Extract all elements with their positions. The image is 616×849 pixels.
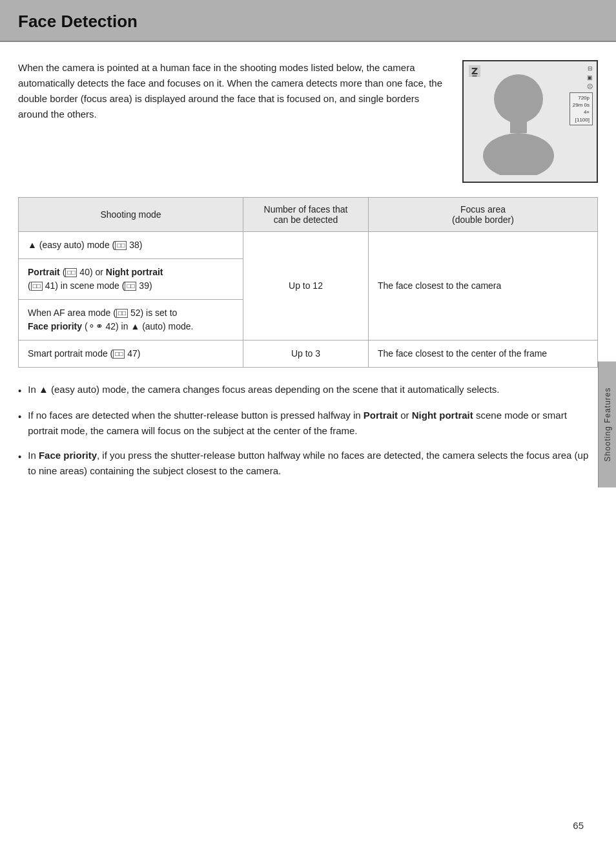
side-tab: Shooting Features (598, 361, 616, 487)
row4-focus: The face closest to the center of the fr… (368, 341, 597, 368)
intro-section: When the camera is pointed at a human fa… (18, 60, 598, 183)
night-portrait-label: Night portrait (106, 267, 163, 277)
resolution-label: 720p (573, 94, 590, 101)
stabilize-icon: ☹ (587, 83, 593, 90)
table-header-shooting-mode: Shooting mode (19, 198, 243, 232)
page-number: 65 (573, 820, 584, 831)
bullet-text-3: In Face priority, if you press the shutt… (28, 448, 598, 479)
bullet-dot: • (18, 383, 21, 399)
list-item: • In ▲ (easy auto) mode, the camera chan… (18, 382, 598, 399)
camera-ui-right: ⊟ ▣ ☹ 720p 29m 0s 4× [1100] (570, 65, 593, 125)
list-item: • If no faces are detected when the shut… (18, 408, 598, 439)
memory-icon: ▣ (587, 74, 593, 81)
face-priority-ref: Face priority (39, 450, 97, 461)
face-priority-label: Face priority (28, 321, 82, 331)
camera-info-box: 720p 29m 0s 4× [1100] (570, 92, 593, 125)
intro-text: When the camera is pointed at a human fa… (18, 60, 447, 122)
night-portrait-ref: Night portrait (412, 410, 473, 421)
header-bar: Face Detection (0, 0, 616, 42)
bullet-dot: • (18, 449, 21, 465)
side-tab-label: Shooting Features (603, 387, 612, 461)
bullet-list: • In ▲ (easy auto) mode, the camera chan… (18, 382, 598, 488)
portrait-label: Portrait (28, 267, 60, 277)
page-title: Face Detection (18, 12, 138, 31)
person-silhouette (477, 72, 560, 175)
table-header-focus: Focus area(double border) (368, 198, 597, 232)
easy-auto-icon: ▲ (28, 240, 37, 250)
time-label: 29m 0s (573, 101, 590, 109)
main-content: When the camera is pointed at a human fa… (0, 42, 616, 506)
row3-shooting: When AF area mode (□□ 52) is set to Face… (19, 300, 243, 341)
count-label: [1100] (573, 116, 590, 123)
bullet-text-2: If no faces are detected when the shutte… (28, 408, 598, 439)
row1-3-focus: The face closest to the camera (368, 232, 597, 341)
portrait-ref: Portrait (364, 410, 398, 421)
table-row: ▲ (easy auto) mode (□□ 38) Up to 12 The … (19, 232, 598, 259)
svg-rect-2 (510, 120, 527, 133)
svg-point-1 (483, 133, 554, 175)
row1-3-faces: Up to 12 (243, 232, 369, 341)
battery-icon: ⊟ (588, 65, 593, 72)
bullet-text-1: In ▲ (easy auto) mode, the camera change… (28, 382, 598, 397)
feature-table: Shooting mode Number of faces thatcan be… (18, 197, 598, 368)
table-header-faces: Number of faces thatcan be detected (243, 198, 369, 232)
list-item: • In Face priority, if you press the shu… (18, 448, 598, 479)
row4-shooting: Smart portrait mode (□□ 47) (19, 341, 243, 368)
row4-faces: Up to 3 (243, 341, 369, 368)
bullet-dot: • (18, 409, 21, 424)
camera-display-inner: Z̲ ⊟ (464, 61, 597, 182)
row1-shooting: ▲ (easy auto) mode (□□ 38) (19, 232, 243, 259)
camera-display: Z̲ ⊟ (462, 60, 598, 183)
table-row: Smart portrait mode (□□ 47) Up to 3 The … (19, 341, 598, 368)
svg-point-0 (494, 74, 543, 123)
row2-shooting: Portrait (□□ 40) or Night portrait (□□ 4… (19, 259, 243, 300)
mode-label: 4× (573, 109, 590, 116)
